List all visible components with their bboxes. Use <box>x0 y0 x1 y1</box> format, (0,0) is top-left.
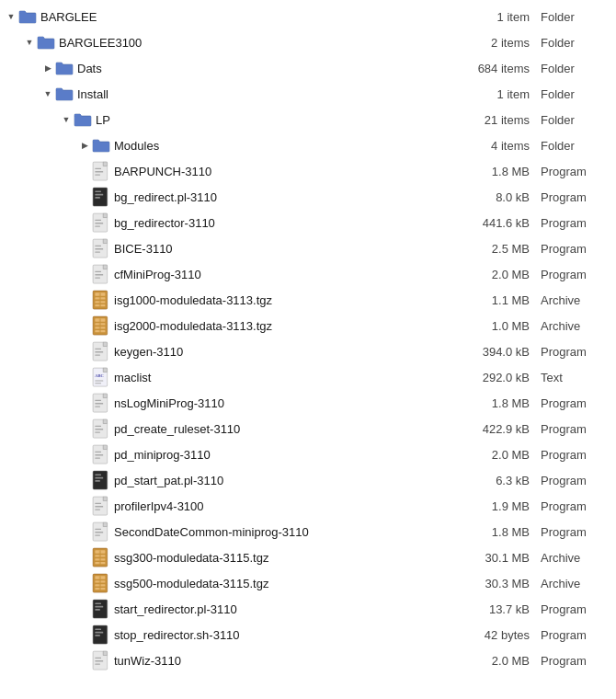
file-name: maclist <box>114 371 467 384</box>
svg-rect-80 <box>99 550 101 565</box>
folder-icon <box>55 59 74 77</box>
file-size: 4 items <box>467 139 541 153</box>
file-name: LP <box>96 113 467 127</box>
file-size: 1.9 MB <box>467 499 541 513</box>
toggle-button[interactable]: ▼ <box>59 112 74 127</box>
program-icon <box>92 213 110 232</box>
list-item[interactable]: isg2000-moduledata-3113.tgz1.0 MBArchive <box>0 313 616 338</box>
file-kind: Archive <box>541 577 605 590</box>
file-size: 1.8 MB <box>467 165 541 178</box>
archive-icon <box>92 548 110 567</box>
list-item[interactable]: ▶ Modules4 itemsFolder <box>0 132 616 158</box>
file-size: 30.1 MB <box>467 551 541 565</box>
svg-rect-59 <box>95 454 103 455</box>
svg-rect-88 <box>95 602 101 604</box>
file-name: BICE-3110 <box>114 242 467 256</box>
file-name: stop_redirector.sh-3110 <box>114 628 467 642</box>
file-name: isg1000-moduledata-3113.tgz <box>114 293 467 307</box>
program-icon <box>92 239 110 258</box>
svg-rect-13 <box>95 225 100 226</box>
list-item[interactable]: ▼ BARGLEE31002 itemsFolder <box>0 29 616 55</box>
svg-rect-37 <box>103 342 107 346</box>
svg-rect-38 <box>95 349 101 350</box>
program-icon <box>92 419 110 438</box>
list-item[interactable]: pd_start_pat.pl-31106.3 kBProgram <box>0 467 616 493</box>
list-item[interactable]: ▼ Install1 itemFolder <box>0 81 616 107</box>
list-item[interactable]: start_redirector.pl-311013.7 kBProgram <box>0 596 616 622</box>
file-size: 30.3 MB <box>467 577 541 590</box>
list-item[interactable]: pd_miniprog-31102.0 MBProgram <box>0 441 616 467</box>
svg-rect-68 <box>95 506 103 507</box>
file-kind: Program <box>541 268 605 281</box>
program-icon <box>92 394 110 412</box>
file-size: 1.8 MB <box>467 525 541 539</box>
file-name: pd_create_ruleset-3110 <box>114 422 467 436</box>
file-size: 441.6 kB <box>467 216 541 230</box>
file-kind: Program <box>541 628 605 642</box>
list-item[interactable]: BICE-31102.5 MBProgram <box>0 235 616 261</box>
list-item[interactable]: cfMiniProg-31102.0 MBProgram <box>0 261 616 287</box>
toggle-button[interactable]: ▼ <box>4 9 18 24</box>
svg-rect-58 <box>95 452 101 453</box>
svg-rect-87 <box>93 600 108 618</box>
program-icon <box>92 445 110 464</box>
svg-rect-61 <box>93 471 108 489</box>
svg-rect-16 <box>95 246 101 246</box>
toggle-button[interactable]: ▶ <box>77 138 92 153</box>
list-item[interactable]: ssg300-moduledata-3115.tgz30.1 MBArchive <box>0 544 616 570</box>
list-item[interactable]: stop_redirector.sh-311042 bytesProgram <box>0 622 616 647</box>
list-item[interactable]: bg_redirect.pl-31108.0 kBProgram <box>0 184 616 210</box>
toggle-button[interactable]: ▼ <box>40 86 55 101</box>
list-item[interactable]: ▼ LP21 itemsFolder <box>0 107 616 132</box>
program-icon <box>92 162 110 180</box>
svg-rect-53 <box>95 426 101 427</box>
list-item[interactable]: ▶ Dats684 itemsFolder <box>0 55 616 81</box>
svg-rect-1 <box>103 162 107 166</box>
list-item[interactable]: pd_create_ruleset-3110422.9 kBProgram <box>0 416 616 441</box>
list-item[interactable]: profilerIpv4-31001.9 MBProgram <box>0 493 616 519</box>
folder-icon <box>74 110 92 129</box>
file-size: 2.0 MB <box>467 654 541 668</box>
svg-rect-62 <box>95 474 101 476</box>
list-item[interactable]: ssg500-moduledata-3115.tgz30.3 MBArchive <box>0 570 616 596</box>
folder-icon <box>37 33 55 52</box>
program-dark-icon <box>92 188 110 206</box>
list-item[interactable]: bg_redirector-3110441.6 kBProgram <box>0 210 616 235</box>
svg-rect-11 <box>95 220 101 221</box>
svg-rect-6 <box>95 190 101 192</box>
file-name: cfMiniProg-3110 <box>114 268 467 281</box>
list-item[interactable]: keygen-3110394.0 kBProgram <box>0 338 616 364</box>
svg-rect-7 <box>95 194 103 196</box>
file-name: bg_redirect.pl-3110 <box>114 190 467 204</box>
list-item[interactable]: BARPUNCH-31101.8 MBProgram <box>0 158 616 184</box>
toggle-button[interactable]: ▶ <box>40 61 55 75</box>
file-kind: Program <box>541 448 605 462</box>
svg-rect-48 <box>95 400 101 401</box>
list-item[interactable]: isg1000-moduledata-3113.tgz1.1 MBArchive <box>0 287 616 313</box>
svg-rect-42 <box>103 368 107 372</box>
file-name: keygen-3110 <box>114 345 467 359</box>
list-item[interactable]: tunWiz-31102.0 MBProgram <box>0 647 616 673</box>
list-item[interactable]: nsLogMiniProg-31101.8 MBProgram <box>0 390 616 416</box>
file-kind: Program <box>541 345 605 359</box>
svg-rect-4 <box>95 174 100 175</box>
svg-rect-52 <box>103 419 107 423</box>
svg-rect-74 <box>95 534 100 535</box>
svg-rect-40 <box>95 354 100 355</box>
file-kind: Program <box>541 242 605 256</box>
chevron-right-icon: ▶ <box>82 141 88 150</box>
list-item[interactable]: ▼ BARGLEE1 itemFolder <box>0 4 616 29</box>
svg-rect-49 <box>95 403 103 404</box>
toggle-button[interactable]: ▼ <box>22 35 37 50</box>
chevron-down-icon: ▼ <box>26 38 34 47</box>
file-name: Dats <box>77 62 467 75</box>
folder-icon <box>55 85 74 103</box>
file-kind: Program <box>541 422 605 436</box>
file-size: 21 items <box>467 113 541 127</box>
list-item[interactable]: SecondDateCommon-miniprog-31101.8 MBProg… <box>0 519 616 544</box>
svg-rect-64 <box>95 480 100 482</box>
file-name: isg2000-moduledata-3113.tgz <box>114 319 467 333</box>
file-kind: Archive <box>541 293 605 307</box>
program-icon <box>92 265 110 283</box>
list-item[interactable]: ABC maclist292.0 kBText <box>0 364 616 390</box>
